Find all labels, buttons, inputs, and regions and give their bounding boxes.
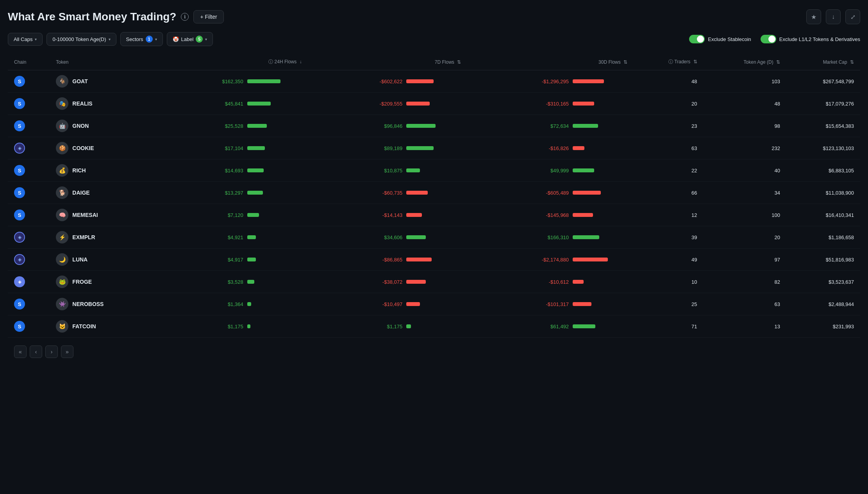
flow-30d-cell: -$145,968: [467, 204, 634, 226]
traders-value: 48: [691, 79, 697, 84]
flow-30d-cell: -$16,826: [467, 137, 634, 159]
next-page-button[interactable]: ›: [45, 345, 58, 358]
chain-cell: S: [8, 315, 50, 338]
table-row[interactable]: ◈ 🍪 COOKIE $17,104 $89,189: [8, 137, 860, 159]
table-row[interactable]: ◈ 🌙 LUNA $4,917 -$86,865: [8, 249, 860, 271]
market-cap-value: $17,079,276: [826, 101, 854, 107]
flow-bar: [573, 324, 627, 328]
table-row[interactable]: S 🐱 FATCOIN $1,175 $1,175: [8, 315, 860, 338]
flow-bar: [247, 280, 302, 284]
first-page-button[interactable]: «: [14, 345, 27, 358]
flow-bar: [406, 280, 461, 284]
table-row[interactable]: S 👾 NEROBOSS $1,364 -$10,497: [8, 293, 860, 315]
table-row[interactable]: S 🐕 DAIGE $13,297 -$60,735: [8, 182, 860, 204]
col-traders[interactable]: ⓘ Traders ⇅: [634, 54, 703, 70]
market-cap-cell: $6,883,105: [786, 159, 860, 182]
flow-7d-value: -$86,865: [382, 257, 402, 263]
header-right: ★ ↓ ⤢: [806, 9, 860, 24]
exclude-l1l2-toggle[interactable]: Exclude L1/L2 Tokens & Derivatives: [761, 35, 860, 43]
label-emoji: 🤡: [173, 36, 179, 42]
flow-bar: [573, 79, 627, 83]
caps-dropdown[interactable]: All Caps ▾: [8, 33, 43, 46]
label-dropdown[interactable]: 🤡 Label 5 ▾: [167, 32, 213, 46]
token-cell: 🧠 MEMESAI: [50, 204, 152, 226]
token-age-dropdown[interactable]: 0-100000 Token Age(D) ▾: [46, 33, 116, 46]
token-age-value: 98: [775, 123, 780, 129]
token-age-value: 100: [772, 212, 780, 218]
prev-page-button[interactable]: ‹: [30, 345, 42, 358]
chevron-down-icon: ▾: [109, 37, 111, 41]
token-age-value: 82: [775, 279, 780, 285]
flow-bar: [573, 302, 627, 306]
token-cell: 🎭 REALIS: [50, 93, 152, 115]
flow-bar: [406, 79, 461, 83]
token-age-value: 48: [775, 101, 780, 107]
token-name: NEROBOSS: [72, 301, 104, 307]
col-7d-flows[interactable]: 7D Flows ⇅: [308, 54, 468, 70]
exclude-stablecoin-toggle[interactable]: Exclude Stablecoin: [689, 35, 751, 43]
traders-cell: 12: [634, 204, 703, 226]
table-row[interactable]: S 💰 RICH $14,693 $10,875: [8, 159, 860, 182]
flow-bar: [573, 124, 627, 128]
flow-7d-value: $1,175: [387, 324, 402, 329]
chain-cell: S: [8, 182, 50, 204]
sort-icon: ⇅: [623, 59, 627, 65]
token-name: GOAT: [72, 78, 88, 84]
flow-bar: [247, 168, 302, 172]
table-row[interactable]: S 🎭 REALIS $45,841 -$209,555: [8, 93, 860, 115]
chain-cell: ◈: [8, 271, 50, 293]
filter-button[interactable]: + Filter: [193, 10, 223, 23]
table-row[interactable]: S 🐐 GOAT $162,350 -$602,622: [8, 70, 860, 93]
chain-cell: S: [8, 70, 50, 93]
market-cap-cell: $231,993: [786, 315, 860, 338]
market-cap-cell: $51,816,983: [786, 249, 860, 271]
exclude-l1l2-switch[interactable]: [761, 35, 776, 43]
flow-24h-value: $4,917: [228, 257, 243, 263]
col-24h-flows[interactable]: ⓘ 24H Flows ↓: [152, 54, 308, 70]
chain-cell: ◈: [8, 137, 50, 159]
table-row[interactable]: S 🧠 MEMESAI $7,120 -$14,143: [8, 204, 860, 226]
table-row[interactable]: ◈ ⚡ EXMPLR $4,921 $34,606: [8, 226, 860, 249]
flow-30d-value: $49,999: [550, 168, 569, 174]
flow-30d-value: -$10,612: [549, 279, 569, 285]
token-cell: 🌙 LUNA: [50, 249, 152, 271]
chevron-down-icon: ▾: [35, 37, 37, 41]
sort-icon: ⇅: [850, 59, 854, 65]
market-cap-value: $6,883,105: [829, 168, 854, 174]
chain-cell: S: [8, 159, 50, 182]
flow-bar: [406, 258, 461, 261]
flow-bar: [247, 235, 302, 239]
table-row[interactable]: S 🤖 GNON $25,528 $96,846: [8, 115, 860, 137]
token-cell: 🤖 GNON: [50, 115, 152, 137]
flow-7d-cell: $34,606: [308, 226, 468, 249]
info-icon[interactable]: ℹ: [181, 13, 189, 21]
token-age-cell: 63: [704, 293, 786, 315]
main-table: Chain Token ⓘ 24H Flows ↓ 7D Flows ⇅ 30D…: [8, 54, 860, 338]
flow-bar: [406, 102, 461, 106]
first-page-icon: «: [19, 349, 22, 355]
expand-button[interactable]: ⤢: [845, 9, 860, 24]
flow-24h-cell: $4,921: [152, 226, 308, 249]
col-30d-flows[interactable]: 30D Flows ⇅: [467, 54, 634, 70]
token-age-cell: 97: [704, 249, 786, 271]
col-market-cap[interactable]: Market Cap ⇅: [786, 54, 860, 70]
flow-24h-value: $1,364: [228, 301, 243, 307]
traders-cell: 49: [634, 249, 703, 271]
sectors-dropdown[interactable]: Sectors 1 ▾: [120, 32, 163, 46]
market-cap-cell: $15,654,383: [786, 115, 860, 137]
col-token-age[interactable]: Token Age (D) ⇅: [704, 54, 786, 70]
token-name: FATCOIN: [72, 323, 96, 329]
last-page-button[interactable]: »: [61, 345, 73, 358]
chevron-down-icon: ▾: [205, 37, 207, 41]
flow-30d-value: -$2,174,880: [542, 257, 569, 263]
flow-30d-value: -$310,165: [546, 101, 569, 107]
token-avatar: ⚡: [56, 231, 68, 243]
token-name: EXMPLR: [72, 234, 95, 240]
exclude-stablecoin-switch[interactable]: [689, 35, 705, 43]
token-avatar: 🍪: [56, 142, 68, 154]
star-button[interactable]: ★: [806, 9, 821, 24]
table-row[interactable]: ◈ 🐸 FROGE $3,528 -$38,072: [8, 271, 860, 293]
token-age-cell: 82: [704, 271, 786, 293]
download-button[interactable]: ↓: [826, 9, 841, 24]
flow-30d-cell: -$101,317: [467, 293, 634, 315]
